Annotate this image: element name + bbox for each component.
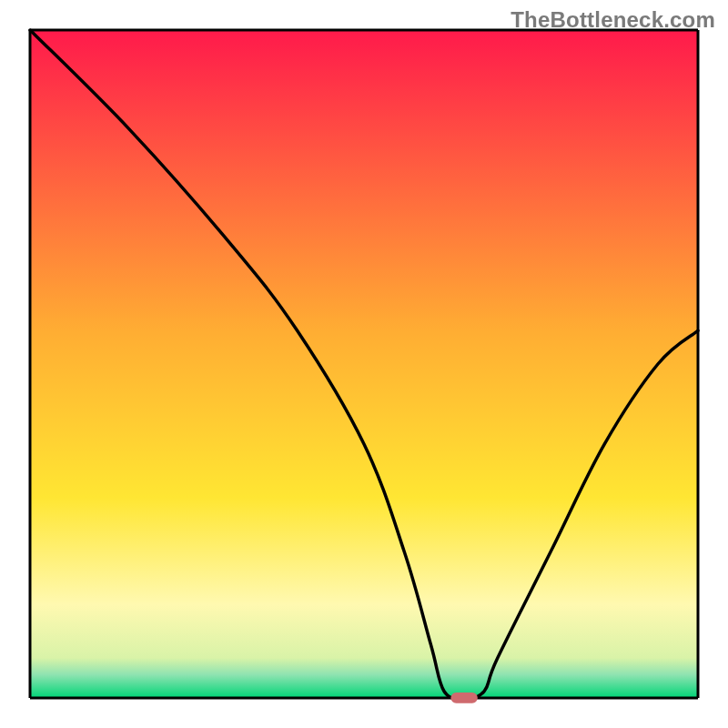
optimal-point-marker — [450, 693, 477, 703]
chart-svg — [0, 0, 728, 728]
bottleneck-chart: TheBottleneck.com — [0, 0, 728, 728]
watermark-text: TheBottleneck.com — [511, 7, 715, 33]
